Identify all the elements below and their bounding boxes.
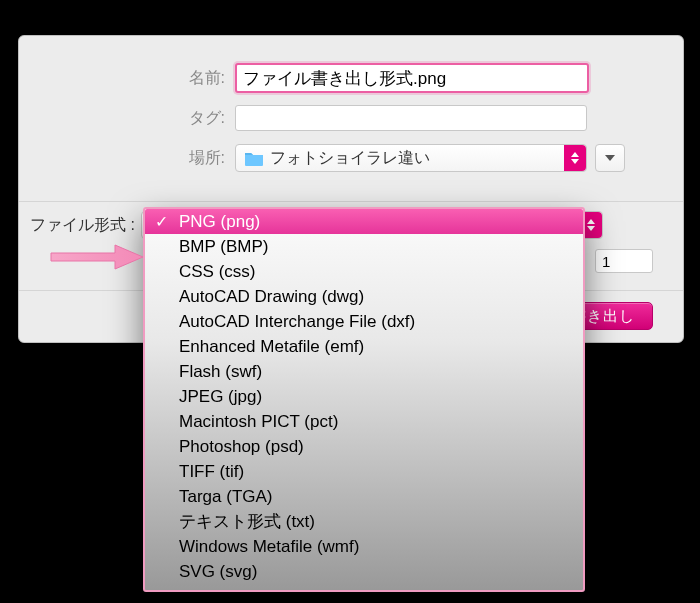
dropdown-item[interactable]: テキスト形式 (txt) — [145, 509, 583, 534]
expand-button[interactable] — [595, 144, 625, 172]
dropdown-item-label: Windows Metafile (wmf) — [179, 537, 359, 557]
check-icon: ✓ — [155, 212, 168, 231]
dropdown-item[interactable]: CSS (css) — [145, 259, 583, 284]
dropdown-item-label: Flash (swf) — [179, 362, 262, 382]
dropdown-item-label: TIFF (tif) — [179, 462, 244, 482]
dropdown-item[interactable]: JPEG (jpg) — [145, 384, 583, 409]
dropdown-item[interactable]: Windows Metafile (wmf) — [145, 534, 583, 559]
file-format-dropdown[interactable]: ✓PNG (png)BMP (BMP)CSS (css)AutoCAD Draw… — [143, 207, 585, 592]
dropdown-item[interactable]: ✓PNG (png) — [145, 209, 583, 234]
arrow-annotation — [49, 242, 145, 272]
dropdown-item[interactable]: Macintosh PICT (pct) — [145, 409, 583, 434]
location-label: 場所: — [19, 148, 235, 169]
dropdown-item-label: Photoshop (psd) — [179, 437, 304, 457]
dropdown-item[interactable]: TIFF (tif) — [145, 459, 583, 484]
dropdown-item-label: PNG (png) — [179, 212, 260, 232]
name-input[interactable] — [235, 63, 589, 93]
dropdown-item-label: Enhanced Metafile (emf) — [179, 337, 364, 357]
dropdown-item-label: SVG (svg) — [179, 562, 257, 582]
dropdown-item-label: Macintosh PICT (pct) — [179, 412, 338, 432]
folder-icon — [244, 150, 264, 166]
dropdown-item[interactable]: AutoCAD Drawing (dwg) — [145, 284, 583, 309]
chevron-down-icon — [605, 155, 615, 161]
tags-input[interactable] — [235, 105, 587, 131]
dropdown-item[interactable]: Flash (swf) — [145, 359, 583, 384]
dropdown-item[interactable]: SVG (svg) — [145, 559, 583, 584]
tags-label: タグ: — [19, 108, 235, 129]
dropdown-item-label: JPEG (jpg) — [179, 387, 262, 407]
name-label: 名前: — [19, 68, 235, 89]
range-input[interactable] — [595, 249, 653, 273]
dropdown-item-label: BMP (BMP) — [179, 237, 268, 257]
dropdown-item-label: AutoCAD Drawing (dwg) — [179, 287, 364, 307]
dropdown-item[interactable]: AutoCAD Interchange File (dxf) — [145, 309, 583, 334]
dropdown-item[interactable]: Enhanced Metafile (emf) — [145, 334, 583, 359]
dropdown-item-label: Targa (TGA) — [179, 487, 273, 507]
location-value: フォトショイラレ違い — [270, 148, 430, 169]
divider — [19, 201, 683, 202]
dropdown-item-label: CSS (css) — [179, 262, 256, 282]
updown-icon — [564, 145, 586, 171]
dropdown-item[interactable]: BMP (BMP) — [145, 234, 583, 259]
file-format-label: ファイル形式 : — [19, 215, 141, 236]
location-select[interactable]: フォトショイラレ違い — [235, 144, 587, 172]
dropdown-item[interactable]: Targa (TGA) — [145, 484, 583, 509]
dropdown-item-label: AutoCAD Interchange File (dxf) — [179, 312, 415, 332]
dropdown-item-label: テキスト形式 (txt) — [179, 510, 315, 533]
dropdown-item[interactable]: Photoshop (psd) — [145, 434, 583, 459]
